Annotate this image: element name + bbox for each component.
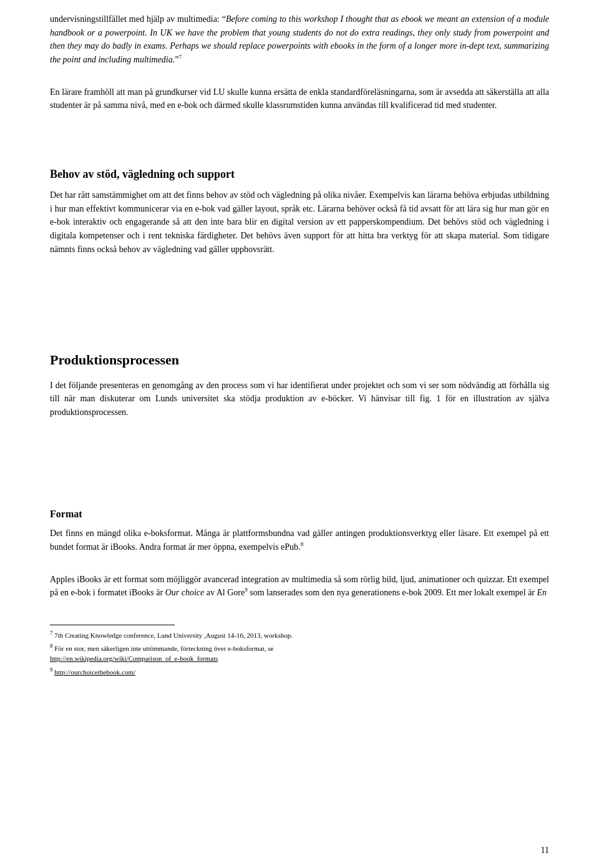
footnote-link-9[interactable]: http://ourchoicethebook.com/ xyxy=(54,668,135,676)
footnote-label-9: 9 xyxy=(50,666,53,673)
section1-heading: Behov av stöd, vägledning och support xyxy=(50,166,549,183)
page: undervisningstillfället med hjälp av mul… xyxy=(0,0,599,868)
spacer-4 xyxy=(50,287,549,312)
section3-p2-end: som lanserades som den nya generationens… xyxy=(250,588,535,597)
opening-text-normal: undervisningstillfället med hjälp av mul… xyxy=(50,14,549,64)
spacer-6 xyxy=(50,451,549,475)
footnote-divider xyxy=(50,625,175,625)
footnote-8: 8 För en stor, men säkerligen inte uttöm… xyxy=(50,642,549,664)
opening-paragraph: undervisningstillfället med hjälp av mul… xyxy=(50,12,549,67)
footnote-7: 7 7th Creating Knowledge conference, Lun… xyxy=(50,629,549,640)
footnote-link-8[interactable]: http://en.wikipedia.org/wiki/Comparison_… xyxy=(50,655,218,662)
section3-p2-italic: Our choice xyxy=(165,588,205,597)
spacer-5 xyxy=(50,426,549,451)
main-content: undervisningstillfället med hjälp av mul… xyxy=(50,12,549,600)
swedish-paragraph: En lärare framhöll att man på grundkurse… xyxy=(50,85,549,112)
footnote-text-8: För en stor, men säkerligen inte uttömma… xyxy=(54,645,273,652)
spacer-2 xyxy=(50,119,549,144)
footnote-label-7: 7 xyxy=(50,630,53,636)
page-number: 11 xyxy=(541,846,549,856)
section3-p2-italic2: En xyxy=(537,588,547,597)
section1-paragraph: Det har rått samstämmighet om att det fi… xyxy=(50,188,549,256)
spacer-3 xyxy=(50,262,549,287)
footnote-ref-9: 9 xyxy=(245,587,248,593)
section2-heading: Produktionsprocessen xyxy=(50,349,549,371)
section3-p2-cont: av Al Gore xyxy=(207,588,245,597)
footnote-text-7: 7th Creating Knowledge conference, Lund … xyxy=(54,631,293,639)
footnote-ref-8: 8 xyxy=(301,541,304,547)
section2-paragraph: I det följande presenteras en genomgång … xyxy=(50,379,549,419)
section3-heading: Format xyxy=(50,507,549,522)
footnote-9: 9 http://ourchoicethebook.com/ xyxy=(50,666,549,677)
footnote-label-8: 8 xyxy=(50,643,53,649)
footnotes-section: 7 7th Creating Knowledge conference, Lun… xyxy=(50,629,549,677)
section3-paragraph1: Det finns en mängd olika e-boksformat. M… xyxy=(50,527,549,553)
section3-p1-text: Det finns en mängd olika e-boksformat. M… xyxy=(50,529,549,552)
spacer-7 xyxy=(50,560,549,573)
spacer-1 xyxy=(50,73,549,85)
section3-paragraph2: Apples iBooks är ett format som möjliggö… xyxy=(50,573,549,600)
footnote-ref-7: 7 xyxy=(178,54,182,60)
